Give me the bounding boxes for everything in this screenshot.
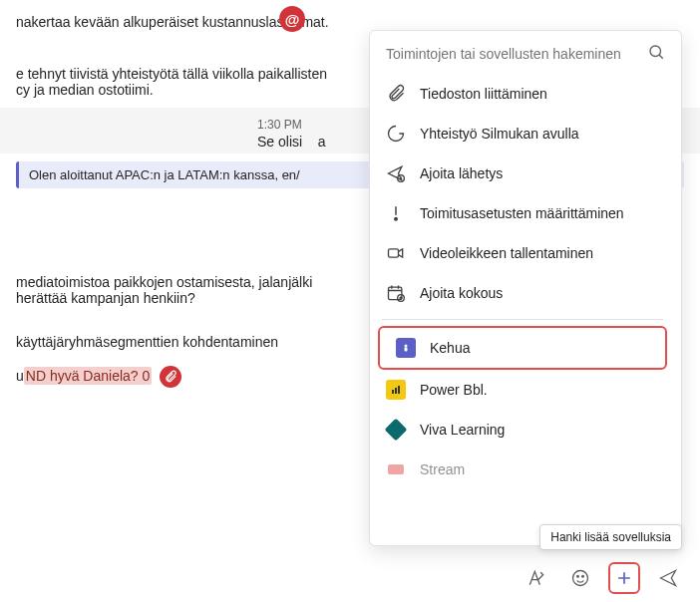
- text-fragment: mediatoimistoa paikkojen ostamisesta, ja…: [16, 274, 312, 290]
- svg-point-1: [577, 576, 579, 578]
- action-record-video[interactable]: Videoleikkeen tallentaminen: [370, 233, 675, 273]
- menu-item-label: Yhteistyö Silmukan avulla: [420, 126, 579, 142]
- action-delivery-options[interactable]: Toimitusasetusten määrittäminen: [370, 193, 675, 233]
- format-button[interactable]: [521, 562, 552, 594]
- svg-rect-11: [392, 390, 394, 394]
- action-schedule-send[interactable]: Ajoita lähetys: [370, 153, 675, 193]
- send-button[interactable]: [652, 562, 684, 594]
- menu-item-label: Ajoita kokous: [420, 285, 503, 301]
- popup-search-input[interactable]: [386, 46, 647, 62]
- svg-rect-13: [398, 386, 400, 394]
- menu-item-label: Viva Learning: [420, 422, 505, 438]
- svg-point-9: [405, 345, 408, 348]
- text-fragment: cy ja median ostotiimi.: [16, 82, 154, 98]
- paperclip-icon: [386, 84, 406, 104]
- menu-item-label: Tiedoston liittäminen: [420, 86, 547, 102]
- powerbbl-app-icon: [386, 380, 406, 400]
- send-later-icon: [386, 163, 406, 183]
- menu-item-label: Stream: [420, 461, 465, 477]
- app-power-bbl[interactable]: Power Bbl.: [370, 370, 675, 410]
- text-fragment: e: [16, 66, 28, 82]
- popup-search-row: [370, 31, 681, 74]
- svg-rect-10: [405, 348, 408, 352]
- exclaim-icon: [386, 203, 406, 223]
- app-kehua[interactable]: Kehua: [378, 326, 667, 370]
- action-attach-file[interactable]: Tiedoston liittäminen: [370, 74, 675, 114]
- action-loop[interactable]: Yhteistyö Silmukan avulla: [370, 114, 675, 153]
- popup-scroll-area[interactable]: Tiedoston liittäminen Yhteistyö Silmukan…: [370, 74, 681, 545]
- loop-icon: [386, 124, 406, 144]
- text-fragment: u: [16, 368, 24, 384]
- text-fragment: herättää kampanjan henkiin?: [16, 290, 195, 306]
- action-schedule-meeting[interactable]: Ajoita kokous: [370, 273, 675, 313]
- menu-item-label: Power Bbl.: [420, 382, 488, 398]
- popup-divider: [382, 319, 663, 320]
- video-icon: [386, 243, 406, 263]
- at-glyph: @: [285, 11, 300, 28]
- svg-point-2: [582, 576, 584, 578]
- actions-apps-button[interactable]: [608, 562, 640, 594]
- app-stream[interactable]: Stream: [370, 450, 675, 489]
- calendar-add-icon: [386, 283, 406, 303]
- viva-app-icon: [386, 420, 406, 440]
- svg-point-0: [573, 571, 588, 586]
- svg-point-3: [650, 46, 661, 57]
- menu-item-label: Videoleikkeen tallentaminen: [420, 245, 593, 261]
- compose-toolbar: [521, 562, 684, 594]
- svg-rect-12: [395, 388, 397, 394]
- highlighted-text: ND hyvä Daniela? 0: [24, 367, 153, 385]
- emoji-button[interactable]: [564, 562, 596, 594]
- svg-rect-6: [389, 249, 399, 257]
- stream-app-icon: [386, 459, 406, 479]
- mention-badge-icon: @: [279, 6, 305, 32]
- text-fragment: tehnyt tiivistä yhteistyötä tällä viikol…: [28, 66, 327, 82]
- menu-item-label: Toimitusasetusten määrittäminen: [420, 205, 624, 221]
- get-more-apps-tooltip: Hanki lisää sovelluksia: [539, 524, 682, 550]
- actions-apps-popup: Tiedoston liittäminen Yhteistyö Silmukan…: [369, 30, 682, 546]
- kehua-app-icon: [396, 338, 416, 358]
- menu-item-label: Ajoita lähetys: [420, 165, 503, 181]
- app-viva-learning[interactable]: Viva Learning: [370, 410, 675, 450]
- svg-point-5: [395, 218, 398, 221]
- attachment-badge-icon: [160, 366, 181, 388]
- menu-item-label: Kehua: [430, 340, 470, 356]
- search-icon: [647, 43, 665, 64]
